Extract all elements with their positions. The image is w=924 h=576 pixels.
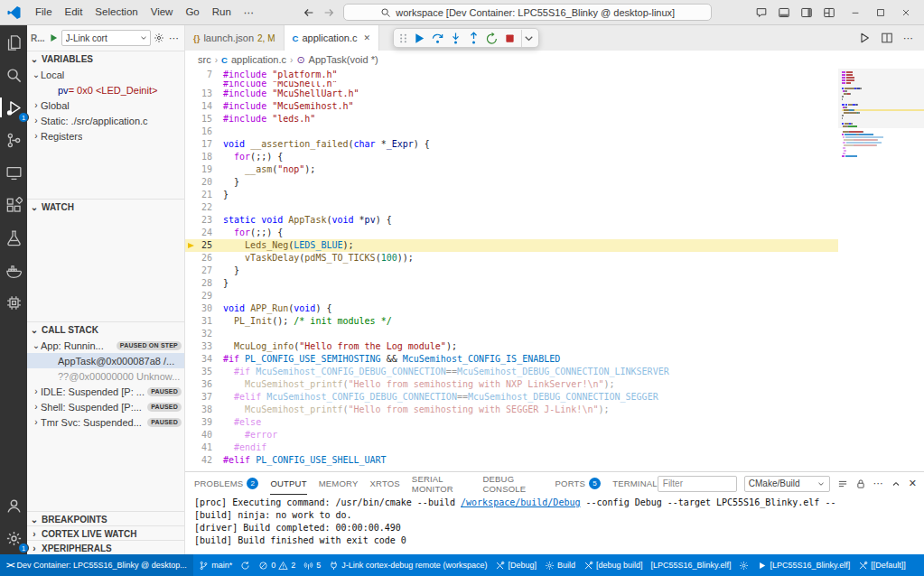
variables-section-header[interactable]: ⌄ VARIABLES — [27, 51, 184, 67]
debug-config-select[interactable]: J-Link cort — [61, 30, 151, 46]
thread-app[interactable]: ⌄App: Runnin...PAUSED ON STEP — [27, 338, 184, 353]
activity-item-docker[interactable] — [2, 258, 25, 282]
status-cmake-launch-settings[interactable] — [735, 554, 753, 576]
activity-item-search[interactable] — [2, 63, 25, 87]
panel-tab-ports[interactable]: PORTS5 — [555, 472, 602, 495]
line-number — [185, 81, 212, 88]
tab-application-c[interactable]: Capplication.c✕ — [285, 25, 380, 51]
section-header-breakpoints[interactable]: ⌄BREAKPOINTS — [27, 512, 184, 525]
output-link[interactable]: /workspace/build/Debug — [461, 497, 580, 507]
nav-back-icon[interactable] — [303, 6, 315, 19]
status-forwarded-ports[interactable]: 5 — [300, 554, 325, 576]
status-git-branch[interactable]: main* — [195, 554, 237, 576]
panel-tab-output[interactable]: OUTPUT — [270, 472, 306, 495]
layout-grid-icon[interactable] — [823, 6, 835, 19]
stack-frame-apptask[interactable]: AppTask@0x000087a8 /... — [27, 353, 184, 368]
start-debugging-icon[interactable] — [48, 33, 59, 43]
status-remote-indicator[interactable]: ><Dev Container: LPC55S16_Blinky @ deskt… — [0, 554, 193, 576]
breadcrumb-symbol[interactable]: AppTask(void *) — [309, 54, 378, 65]
chat-icon[interactable] — [755, 6, 768, 19]
layout-panel-icon[interactable] — [778, 6, 790, 19]
status-cmake-build-variant[interactable]: [debug build] — [579, 554, 647, 576]
thread-idle[interactable]: ›IDLE: Suspended [P: ...PAUSED — [27, 384, 184, 399]
breadcrumb-folder[interactable]: src — [198, 54, 211, 65]
panel-tab-memory[interactable]: MEMORY — [319, 472, 359, 495]
status-cmake-launch-target[interactable]: [LPC55S16_Blinky.elf] — [753, 554, 854, 576]
minimap[interactable] — [838, 69, 924, 471]
menu-view[interactable]: View — [145, 4, 180, 22]
drag-handle-button[interactable] — [397, 30, 410, 47]
more-actions-icon[interactable]: ⋯ — [903, 33, 913, 44]
stop-button[interactable] — [501, 30, 518, 47]
activity-item-extensions[interactable] — [2, 193, 25, 217]
layout-sidebar-right-icon[interactable] — [800, 6, 813, 19]
tab-launch-json[interactable]: {}launch.json2, M — [185, 25, 285, 51]
output-wrap-icon[interactable] — [837, 478, 848, 489]
more-actions-icon[interactable]: ⋯ — [873, 478, 883, 489]
continue-button[interactable] — [411, 30, 428, 47]
close-tab-icon[interactable]: ✕ — [364, 33, 371, 42]
thread-shell[interactable]: ›Shell: Suspended [P:...PAUSED — [27, 399, 184, 414]
activity-item-explorer[interactable] — [2, 31, 25, 54]
restart-button[interactable] — [483, 30, 500, 47]
command-center-search[interactable]: workspace [Dev Container: LPC55S16_Blink… — [343, 4, 712, 21]
step-out-button[interactable] — [465, 30, 482, 47]
status-cmake-build-target[interactable]: [LPC55S16_Blinky.elf] — [647, 554, 735, 576]
menu-edit[interactable]: Edit — [59, 4, 89, 22]
thread-tmr-svc[interactable]: ›Tmr Svc: Suspended...PAUSED — [27, 414, 184, 430]
variable-pv[interactable]: pv = 0x0 <LED_Deinit> — [27, 82, 184, 98]
close-panel-icon[interactable]: ✕ — [909, 478, 917, 489]
menu-file[interactable]: File — [29, 4, 59, 22]
variables-scope-registers[interactable]: ›Registers — [27, 128, 184, 144]
variables-scope-local[interactable]: ⌄Local — [27, 67, 184, 82]
step-into-button[interactable] — [447, 30, 464, 47]
status-debug-session[interactable]: J-Link cortex-debug remote (workspace) — [325, 554, 491, 576]
status-problems[interactable]: 02 — [255, 554, 300, 576]
output-channel-select[interactable]: CMake/Build — [744, 476, 830, 492]
stack-frame-unknown[interactable]: ??@0x00000000 Unknow... — [27, 368, 184, 384]
panel-tab-terminal[interactable]: TERMINAL — [612, 472, 658, 495]
menu-go[interactable]: Go — [179, 4, 205, 22]
split-editor-icon[interactable] — [881, 32, 893, 44]
panel-tab-problems[interactable]: PROBLEMS2 — [194, 472, 258, 495]
section-header-xperipherals[interactable]: ›XPERIPHERALS — [27, 541, 184, 554]
window-close-icon[interactable] — [901, 7, 911, 18]
window-maximize-icon[interactable] — [875, 7, 886, 18]
gear-icon[interactable] — [154, 33, 164, 43]
activity-item-run-and-debug[interactable]: 1 — [2, 96, 25, 119]
minimap-line — [842, 109, 924, 111]
filter-input[interactable] — [658, 476, 737, 492]
more-sessions-button[interactable] — [521, 30, 536, 47]
status-cmake-kit[interactable]: [[Default]] — [854, 554, 910, 576]
breadcrumb-file[interactable]: application.c — [231, 54, 286, 65]
activity-item-testing[interactable] — [2, 226, 25, 249]
activity-item-settings[interactable]: 1 — [2, 526, 25, 550]
call-stack-section-header[interactable]: ⌄ CALL STACK — [27, 322, 184, 338]
status-git-sync[interactable] — [237, 554, 255, 576]
step-over-button[interactable] — [429, 30, 446, 47]
panel-tab-debug-console[interactable]: DEBUG CONSOLE — [482, 472, 543, 495]
menu-selection[interactable]: Selection — [89, 4, 144, 22]
search-icon — [5, 67, 23, 84]
window-minimize-icon[interactable] — [850, 7, 861, 18]
activity-item-accounts[interactable] — [2, 494, 25, 517]
section-header-cortex-live-watch[interactable]: ›CORTEX LIVE WATCH — [27, 526, 184, 540]
activity-item-peripherals[interactable] — [2, 291, 25, 314]
nav-forward-icon[interactable] — [322, 6, 335, 19]
menu-item[interactable]: ⋯ — [238, 4, 261, 22]
activity-item-source-control[interactable] — [2, 128, 25, 152]
variables-scope-global[interactable]: ›Global — [27, 98, 184, 113]
panel-tab-xrtos[interactable]: XRTOS — [369, 472, 399, 495]
activity-item-remote-explorer[interactable] — [2, 161, 25, 184]
status-cmake-build[interactable]: Build — [540, 554, 579, 576]
status-cmake-variant[interactable]: [Debug] — [491, 554, 541, 576]
panel-tab-serial-monitor[interactable]: SERIAL MONITOR — [412, 472, 471, 495]
menu-run[interactable]: Run — [206, 4, 238, 22]
more-actions-icon[interactable]: ⋯ — [167, 33, 181, 44]
variables-scope-static[interactable]: ›Static: ./src/application.c — [27, 113, 184, 128]
maximize-panel-icon[interactable] — [891, 478, 901, 489]
watch-section-header[interactable]: ⌄ WATCH — [27, 200, 184, 215]
lock-scroll-icon[interactable] — [855, 478, 866, 489]
code-editor[interactable]: 7#include "platform.h"#include "McuShell… — [185, 69, 924, 471]
run-or-debug-icon[interactable] — [858, 32, 871, 44]
